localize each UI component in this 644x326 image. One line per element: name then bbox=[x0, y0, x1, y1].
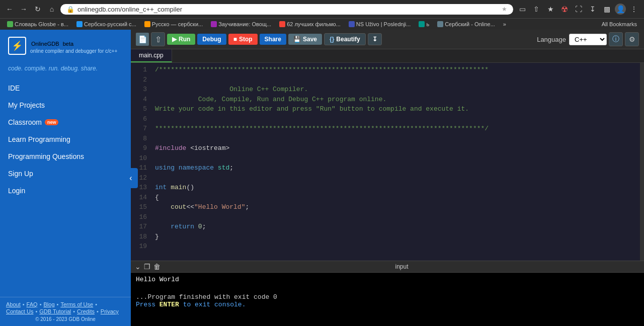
footer-links: About• FAQ• Blog• Terms of Use• Contact … bbox=[6, 301, 125, 314]
sidebar-item-login[interactable]: Login bbox=[0, 183, 131, 199]
expand-icon[interactable]: ❐ bbox=[144, 263, 150, 271]
save-button[interactable]: 💾 Save bbox=[288, 34, 322, 45]
back-button[interactable]: ← bbox=[4, 4, 15, 15]
bookmark-all[interactable]: All Bookmarks bbox=[599, 20, 640, 28]
logo-name: OnlineGDB beta bbox=[30, 38, 117, 48]
file-tabs: main.cpp bbox=[131, 49, 644, 63]
file-tab-main[interactable]: main.cpp bbox=[131, 49, 172, 62]
code-line-6 bbox=[155, 114, 636, 124]
footer-about[interactable]: About bbox=[6, 301, 21, 307]
menu-icon[interactable]: ⋮ bbox=[628, 3, 640, 15]
code-line-14: { bbox=[155, 193, 636, 203]
sidebar-collapse-button[interactable]: ‹ bbox=[124, 168, 138, 188]
beautify-button[interactable]: {} Beautify bbox=[324, 33, 366, 45]
bookmark-3[interactable]: Заучивание: Овощ... bbox=[208, 20, 274, 28]
profile-icon[interactable]: 👤 bbox=[615, 4, 626, 15]
bookmark-2[interactable]: Русско — сербски... bbox=[141, 20, 206, 28]
code-line-2 bbox=[155, 75, 636, 85]
footer-privacy[interactable]: Privacy bbox=[101, 308, 119, 314]
output-line-finished: ...Program finished with exit code 0 bbox=[136, 293, 639, 301]
panel-label: input bbox=[164, 263, 640, 270]
editor-scrollbar[interactable] bbox=[640, 63, 644, 261]
debug-button[interactable]: Debug bbox=[197, 34, 226, 45]
firefox-icon[interactable]: ☢ bbox=[558, 3, 571, 15]
browser-icons: ▭ ⇧ ★ ☢ ⛶ ↧ ▩ 👤 ⋮ bbox=[516, 3, 640, 15]
app: ⚡ OnlineGDB beta online compiler and deb… bbox=[0, 30, 644, 326]
browser-chrome: ← → ↻ ⌂ 🔒 onlinegdb.com/online_c++_compi… bbox=[0, 0, 644, 30]
code-line-8 bbox=[155, 134, 636, 144]
stop-icon: ■ bbox=[233, 36, 237, 43]
bookmark-1[interactable]: Сербско-русский с... bbox=[73, 20, 139, 28]
line-numbers: 12345 678910 1112131415 16171819 bbox=[131, 63, 151, 261]
sidebar-item-classroom[interactable]: Classroom new bbox=[0, 114, 131, 130]
sidebar: ⚡ OnlineGDB beta online compiler and deb… bbox=[0, 30, 131, 326]
puzzle-icon[interactable]: ⛶ bbox=[573, 3, 585, 15]
code-line-7: ****************************************… bbox=[155, 124, 636, 134]
code-line-18: } bbox=[155, 232, 636, 242]
code-line-17: return 0; bbox=[155, 222, 636, 232]
info-button[interactable]: ⓘ bbox=[609, 32, 623, 46]
stop-button[interactable]: ■ Stop bbox=[228, 34, 258, 45]
forward-button[interactable]: → bbox=[18, 4, 29, 15]
settings-button[interactable]: ⚙ bbox=[625, 32, 639, 46]
code-content[interactable]: /***************************************… bbox=[151, 63, 640, 261]
clear-icon[interactable]: 🗑 bbox=[153, 263, 160, 271]
url-text: onlinegdb.com/online_c++_compiler bbox=[77, 6, 499, 13]
bottom-toolbar: ⌄ ❐ 🗑 input bbox=[131, 261, 644, 273]
refresh-button[interactable]: ↻ bbox=[32, 4, 43, 15]
sidebar-slogan: code. compile. run. debug. share. bbox=[0, 62, 131, 78]
sidebar-item-learn[interactable]: Learn Programming bbox=[0, 131, 131, 147]
minimize-icon[interactable]: ⌄ bbox=[135, 263, 141, 271]
code-line-13: int main() bbox=[155, 183, 636, 193]
bookmark-5[interactable]: NS Uživo | Poslednji... bbox=[346, 20, 414, 28]
address-bar[interactable]: 🔒 onlinegdb.com/online_c++_compiler ★ bbox=[60, 4, 513, 15]
bookmark-0[interactable]: Словарь Glosbe - в... bbox=[4, 20, 71, 28]
footer-credits[interactable]: Credits bbox=[77, 308, 95, 314]
footer-faq[interactable]: FAQ bbox=[27, 301, 38, 307]
download-button[interactable]: ↧ bbox=[368, 33, 382, 45]
footer-blog[interactable]: Blog bbox=[43, 301, 54, 307]
main-content: 📄 ⇧ ▶ Run Debug ■ Stop Share 💾 Save {} bbox=[131, 30, 644, 326]
run-icon: ▶ bbox=[172, 36, 177, 43]
save-icon: 💾 bbox=[293, 36, 301, 43]
download-icon[interactable]: ↧ bbox=[587, 3, 599, 15]
language-select[interactable]: C++ C Java Python bbox=[569, 34, 607, 45]
bottom-panel: ⌄ ❐ 🗑 input Hello World ...Program finis… bbox=[131, 261, 644, 326]
logo-text: OnlineGDB beta online compiler and debug… bbox=[30, 38, 117, 54]
file-icon[interactable]: 📄 bbox=[136, 33, 149, 46]
upload-icon[interactable]: ⇧ bbox=[151, 32, 165, 46]
logo-tagline: online compiler and debugger for c/c++ bbox=[30, 48, 117, 54]
code-editor[interactable]: 12345 678910 1112131415 16171819 /******… bbox=[131, 63, 644, 261]
extensions-icon[interactable]: ▭ bbox=[516, 3, 528, 15]
share-button[interactable]: Share bbox=[260, 34, 286, 45]
language-selector: Language C++ C Java Python bbox=[537, 34, 607, 45]
code-line-10 bbox=[155, 153, 636, 164]
code-line-5: Write your code in this editor and press… bbox=[155, 104, 636, 114]
browser-nav: ← → ↻ ⌂ 🔒 onlinegdb.com/online_c++_compi… bbox=[0, 0, 644, 18]
sidebar-item-projects[interactable]: My Projects bbox=[0, 97, 131, 113]
footer-gdb[interactable]: GDB Tutorial bbox=[39, 308, 71, 314]
sidebar-item-programming-questions[interactable]: Programming Questions bbox=[0, 148, 131, 165]
output-area[interactable]: Hello World ...Program finished with exi… bbox=[131, 273, 644, 326]
layout-icon[interactable]: ▩ bbox=[601, 3, 613, 15]
bookmark-icon[interactable]: ★ bbox=[544, 3, 556, 15]
footer-contact[interactable]: Contact Us bbox=[6, 308, 33, 314]
share-icon[interactable]: ⇧ bbox=[530, 3, 542, 15]
logo-icon: ⚡ bbox=[8, 37, 26, 55]
sidebar-nav: IDE My Projects Classroom new Learn Prog… bbox=[0, 78, 131, 201]
code-line-1: /***************************************… bbox=[155, 65, 636, 75]
sidebar-logo: ⚡ OnlineGDB beta online compiler and deb… bbox=[0, 30, 131, 62]
footer-terms[interactable]: Terms of Use bbox=[60, 301, 93, 307]
home-button[interactable]: ⌂ bbox=[46, 4, 57, 15]
code-line-3: Online C++ Compiler. bbox=[155, 85, 636, 95]
code-line-12 bbox=[155, 173, 636, 183]
sidebar-item-ide[interactable]: IDE bbox=[0, 80, 131, 96]
sidebar-item-signup[interactable]: Sign Up bbox=[0, 166, 131, 182]
bookmark-4[interactable]: 62 лучших фильмо... bbox=[276, 20, 344, 28]
run-button[interactable]: ▶ Run bbox=[167, 34, 195, 45]
bookmark-6[interactable]: ь bbox=[416, 20, 432, 28]
bookmark-more[interactable]: » bbox=[500, 20, 509, 28]
bookmark-7[interactable]: Сербский - Online... bbox=[434, 20, 498, 28]
code-line-9: #include <iostream> bbox=[155, 143, 636, 153]
toolbar: 📄 ⇧ ▶ Run Debug ■ Stop Share 💾 Save {} bbox=[131, 30, 644, 49]
